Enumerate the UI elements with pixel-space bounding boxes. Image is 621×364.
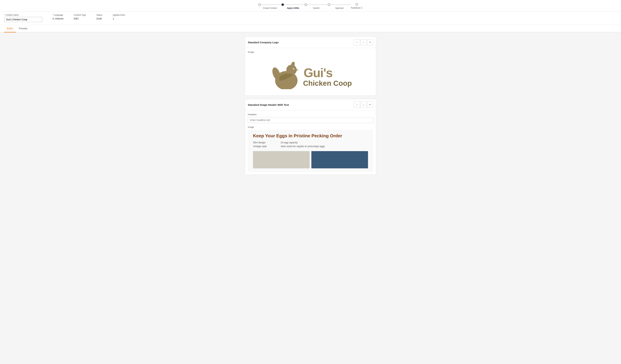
content-type-value: EBC [74, 17, 86, 20]
applied-asins-label: Applied Asins [113, 14, 125, 16]
banner-content: Keep Your Eggs in Pristine Pecking Order… [248, 130, 373, 172]
module-standard-company-logo: Standard Company Logo ↑ ↓ × Image [245, 37, 376, 95]
language-value: IL Hebrew [52, 17, 63, 20]
module-standard-image-header: Standard Image Header With Text ↑ ↓ × He… [245, 99, 376, 175]
svg-rect-8 [288, 89, 289, 89]
step-line-3 [307, 4, 328, 5]
banner-headline: Keep Your Eggs in Pristine Pecking Order [253, 133, 368, 139]
headline-input[interactable] [248, 117, 373, 123]
module-down-button-banner[interactable]: ↓ [361, 102, 367, 108]
module-header-banner: Standard Image Header With Text ↑ ↓ × [245, 99, 376, 111]
step-dot-create-content [258, 3, 261, 6]
content-type-field: Content Type EBC [74, 14, 86, 20]
module-title-logo: Standard Company Logo [248, 41, 278, 44]
module-close-button-banner[interactable]: × [367, 102, 373, 108]
module-actions-logo: ↑ ↓ × [354, 39, 373, 45]
applied-asins-value: 1 [113, 17, 125, 20]
language-label: * Language [52, 14, 63, 16]
banner-features: Slim design Vintage style 24-egg capacit… [253, 141, 368, 148]
step-line-1 [261, 4, 281, 5]
step-line-2 [284, 4, 305, 5]
step-line-4 [330, 4, 351, 5]
module-body-logo: Image [245, 48, 376, 95]
step-dot-approval [328, 3, 330, 6]
stepper: Create Content Apply ASINs Submit Approv… [258, 3, 363, 10]
module-actions-banner: ↑ ↓ × [354, 102, 373, 108]
content-type-label: Content Type [74, 14, 86, 16]
feature-item-slots: Slots sized for regular to extra-large e… [281, 144, 325, 148]
headline-label: Headline [248, 113, 373, 116]
step-label-submit: Submit [313, 7, 319, 9]
banner-image-1 [253, 151, 310, 168]
step-create-content: Create Content [258, 3, 281, 9]
step-label-create-content: Create Content [263, 7, 277, 9]
svg-text:Chicken Coop: Chicken Coop [303, 79, 352, 87]
step-apply-asins: Apply ASINs [281, 3, 305, 9]
step-published: Published ⓘ [351, 3, 363, 10]
status-value: Draft [96, 17, 102, 20]
language-field: * Language IL Hebrew [52, 14, 63, 20]
module-body-banner: Headline Image Keep Your Eggs in Pristin… [245, 111, 376, 174]
step-dot-submit [305, 3, 307, 6]
status-field: Status Draft [96, 14, 102, 20]
stepper-bar: Create Content Apply ASINs Submit Approv… [0, 0, 621, 11]
svg-rect-7 [282, 89, 284, 89]
content-name-label: * Content name [4, 14, 42, 16]
banner-image-2 [311, 151, 368, 168]
svg-text:Gui's: Gui's [304, 66, 332, 80]
tab-preview[interactable]: Preview [16, 25, 30, 32]
feature-item-slim: Slim design [253, 141, 267, 144]
step-label-approval: Approval [335, 7, 343, 9]
meta-row: * Content name * Language IL Hebrew Cont… [0, 11, 621, 25]
module-up-button-logo[interactable]: ↑ [354, 39, 360, 45]
tab-editor[interactable]: Editor [4, 25, 16, 32]
status-label: Status [96, 14, 102, 16]
module-up-button-banner[interactable]: ↑ [354, 102, 360, 108]
banner-feature-col-2: 24-egg capacity Slots sized for regular … [281, 141, 325, 148]
module-close-button-logo[interactable]: × [367, 39, 373, 45]
step-dot-apply-asins [281, 3, 284, 6]
banner-images [253, 151, 368, 168]
image-label-logo: Image [248, 51, 373, 53]
feature-item-vintage: Vintage style [253, 144, 267, 148]
step-approval: Approval [328, 3, 351, 9]
svg-point-6 [293, 68, 294, 69]
banner-feature-col-1: Slim design Vintage style [253, 141, 267, 148]
feature-item-capacity: 24-egg capacity [281, 141, 325, 144]
step-submit: Submit [305, 3, 328, 9]
step-label-apply-asins: Apply ASINs [287, 7, 299, 9]
applied-asins-field: Applied Asins 1 [113, 14, 125, 20]
content-name-field: * Content name [4, 14, 42, 22]
step-dot-published [356, 3, 358, 5]
image-label-banner: Image [248, 126, 373, 128]
content-name-input[interactable] [4, 17, 42, 22]
editor-area: Standard Company Logo ↑ ↓ × Image [245, 37, 376, 175]
tabs-row: Editor Preview [0, 25, 621, 32]
module-title-banner: Standard Image Header With Text [248, 103, 289, 106]
logo-image-area: Gui's Chicken Coop [248, 55, 373, 93]
step-label-published: Published ⓘ [351, 7, 363, 10]
module-down-button-logo[interactable]: ↓ [361, 39, 367, 45]
logo-svg: Gui's Chicken Coop [269, 58, 352, 89]
main-content: Standard Company Logo ↑ ↓ × Image [0, 32, 621, 179]
svg-marker-4 [296, 69, 299, 71]
module-header-logo: Standard Company Logo ↑ ↓ × [245, 37, 376, 48]
